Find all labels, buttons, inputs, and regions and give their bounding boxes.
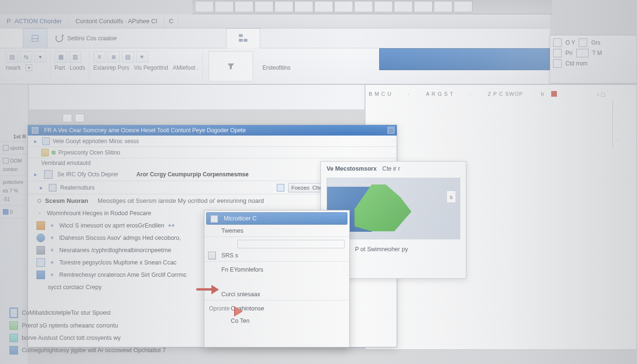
list-item-label: borve Austust Conct tott crosyents wy [22, 335, 120, 341]
menu-item[interactable]: Fn EYomnlefors · [204, 264, 349, 276]
text-input[interactable] [237, 240, 345, 248]
ribbon-group-table: ▦ ▥ Part Loods [51, 51, 90, 82]
ribbon-button[interactable]: ▤ [6, 51, 18, 63]
document-icon [42, 137, 50, 145]
square-icon [3, 209, 9, 215]
breadcrumb-row-1: ▸ Vete Gooyt eppriotien Miroc sesss [28, 136, 397, 147]
ribbon-tabs: Settins Cos craaloe [0, 28, 550, 48]
nav-item[interactable]: -51 [1, 195, 27, 203]
monitor-icon [44, 170, 53, 179]
plus-icon[interactable]: + [49, 247, 55, 254]
palette-icon[interactable] [553, 38, 562, 47]
nav-item[interactable]: 0 [1, 208, 27, 216]
nav-item[interactable]: oports [1, 144, 27, 152]
ribbon-gallery[interactable] [209, 51, 253, 82]
menu-item[interactable]: SRS s [204, 249, 349, 262]
bullet-icon [37, 199, 41, 203]
callout-arrow-icon [234, 306, 250, 317]
ribbon-button-columns[interactable]: ▥ [69, 51, 81, 63]
canvas-corner-tools: ▫ □ [597, 89, 635, 100]
menu-side-label: Opronte [209, 305, 234, 312]
list-item-label: CoMibatdictotetpleTor stur Spoest [22, 309, 111, 316]
palette-icon[interactable] [579, 38, 587, 47]
palette-icon[interactable] [553, 59, 562, 68]
menu-item[interactable]: Twemes [204, 225, 349, 237]
ribbon-button-insert-table[interactable]: ▦ [55, 51, 67, 63]
list-item-label: Nesratanes /cyphrdloghrealbinorcnpeetrne [59, 247, 171, 254]
context-menu: Microiticer C Twemes SRS s Fn EYomnlefor… [204, 210, 350, 347]
app-tab-small[interactable]: C [164, 14, 178, 28]
nav-item[interactable]: es 7 % [1, 186, 27, 195]
palette-label: Grs [591, 39, 600, 46]
ruler-marker-icon[interactable] [551, 91, 557, 97]
tab-file[interactable] [0, 28, 23, 48]
breadcrumb-text[interactable]: Vete Gooyt eppriotien Miroc sesss [53, 138, 139, 145]
tool-icon[interactable]: □ [601, 91, 605, 98]
ribbon-highlight-strip [379, 48, 550, 70]
plus-icon[interactable]: + [49, 272, 55, 278]
tool-icon[interactable]: ▫ [597, 91, 600, 98]
plus-icon[interactable]: + [168, 222, 175, 229]
nav-heading: 1st R [0, 132, 28, 142]
ruler-mark: B M C U [369, 91, 392, 97]
list-item[interactable]: Comegohightcesy jijgibe wilt Ar occrovew… [9, 344, 209, 356]
plus-icon[interactable]: · [36, 210, 43, 217]
nav-item[interactable]: OOM [1, 156, 27, 165]
menu-item[interactable]: Curci sniesaax [204, 288, 349, 300]
app-tab-actions[interactable]: P ACTION Chorder [0, 14, 69, 28]
ribbon-button[interactable]: ≡ [93, 51, 106, 63]
tab-label: Settins Cos craaloe [67, 35, 117, 42]
horizontal-ruler: B M C U · A R G S T · Z P C SWOP b [365, 89, 637, 99]
list-item[interactable]: borve Austust Conct tott crosyents wy [9, 332, 209, 344]
window-titlebar[interactable]: FR A Ves Cear Somcney ame Ocesre Heset T… [28, 125, 397, 136]
expand-icon[interactable]: ▸ [32, 171, 39, 178]
menu-item[interactable]: Opronte Oyahintonse [204, 302, 349, 315]
monitor-icon [9, 308, 18, 318]
dropdown-icon[interactable]: ▾ [26, 64, 32, 71]
expand-icon[interactable]: ▸ [37, 184, 45, 191]
thumbnail-icon [210, 215, 218, 223]
app-tab-content[interactable]: Contont Condolfs · APshee CI [69, 14, 164, 28]
close-button[interactable]: □ [387, 127, 395, 134]
menu-input[interactable] [204, 239, 349, 249]
folder-icon [41, 149, 49, 156]
bg-thumb [195, 1, 214, 12]
preview-title: Ve Mecstosmsorx [327, 165, 377, 172]
nav-item[interactable]: conton [1, 165, 27, 173]
bg-thumb [394, 1, 413, 12]
list-item[interactable]: Prerof sG nptents orheaanc corrontu [9, 319, 209, 332]
nav-item[interactable]: potectvre [1, 178, 27, 186]
tab-detached[interactable] [226, 28, 260, 48]
plus-icon[interactable]: + [49, 259, 55, 266]
background-frame [28, 84, 365, 110]
mini-tool[interactable] [63, 114, 72, 122]
toolbar-text[interactable]: Aror Ccrgy Ceumpurpip Corpensmesmse [136, 171, 249, 178]
tab-home-active[interactable] [23, 28, 47, 48]
plus-icon[interactable] [49, 222, 55, 229]
breadcrumb-text[interactable]: Prpesiconty Ocen Slitino [58, 149, 120, 156]
palette-icon[interactable] [576, 49, 589, 57]
ribbon-button[interactable]: ≣ [108, 51, 120, 63]
ribbon-button[interactable]: ▤ [122, 51, 134, 63]
bg-thumb [374, 1, 393, 12]
ribbon-button[interactable]: ⇆ [20, 51, 32, 63]
ribbon-label: Ersteofitins [263, 64, 291, 71]
preview-subtitle: Cte ir r [382, 165, 400, 172]
menu-item[interactable]: Co Ten [204, 315, 349, 327]
mini-toolbar [63, 112, 347, 124]
list-item[interactable]: CoMibatdictotetpleTor stur Spoest [9, 306, 209, 319]
palette-icon[interactable] [553, 49, 562, 57]
ribbon-button[interactable]: ▾ [34, 51, 46, 63]
grid-icon [31, 34, 39, 43]
stack-icon [208, 252, 216, 259]
plus-icon[interactable]: + [49, 235, 55, 241]
mini-tool[interactable] [75, 114, 84, 122]
expand-icon[interactable]: ▸ [32, 138, 39, 145]
ribbon-group-extra: Ersteofitins [259, 51, 294, 82]
breadcrumb-text[interactable]: Vembraid emotautd [41, 160, 91, 166]
tab-settings[interactable]: Settins Cos craaloe [47, 28, 124, 48]
toolbar-text[interactable]: Se IRC Ofy Octs Deprer [57, 171, 118, 178]
menu-item-selected[interactable]: Microiticer C [206, 212, 347, 225]
ribbon-button[interactable]: ☀ [136, 51, 148, 63]
overflow-list: CoMibatdictotetpleTor stur Spoest Prerof… [9, 306, 209, 356]
